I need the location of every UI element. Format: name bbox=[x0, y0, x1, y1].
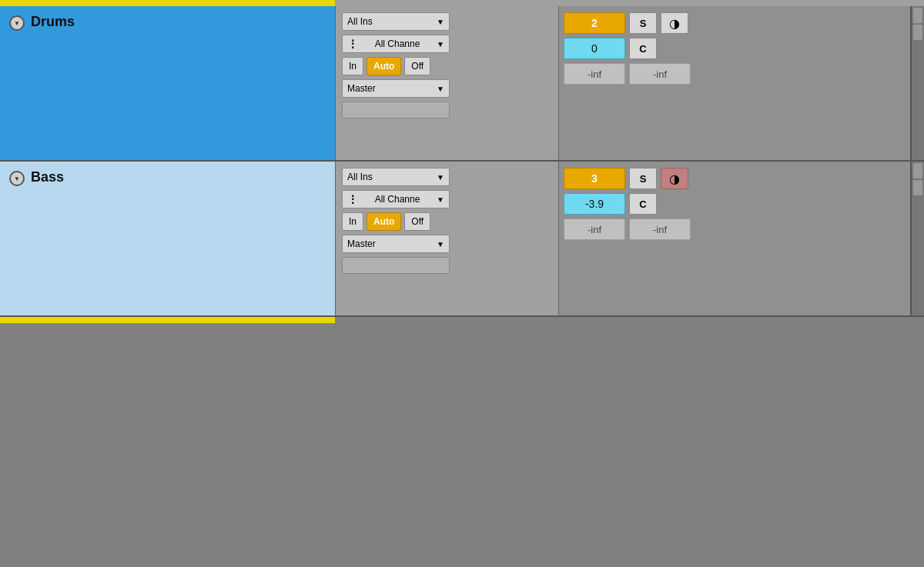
drums-scrollbar[interactable] bbox=[910, 6, 924, 160]
bottom-bar bbox=[0, 317, 924, 567]
bass-allin-row: All Ins ▼ bbox=[342, 168, 552, 186]
drums-inf-left[interactable]: -inf bbox=[564, 63, 625, 85]
drums-empty-bar bbox=[342, 102, 450, 118]
bass-scrollbar[interactable] bbox=[910, 162, 924, 315]
bass-auto-button[interactable]: Auto bbox=[367, 212, 401, 231]
drums-monitor-icon: ◑ bbox=[669, 16, 680, 31]
top-bar-gray bbox=[335, 0, 924, 6]
bass-inf-right[interactable]: -inf bbox=[629, 218, 691, 240]
bass-inf-left[interactable]: -inf bbox=[564, 218, 625, 240]
drums-scrollbar-thumb2 bbox=[913, 25, 922, 40]
bass-monitor-button[interactable]: ◑ bbox=[661, 168, 688, 189]
bass-meter-area: 3 S ◑ -3.9 C -inf -inf bbox=[558, 162, 910, 315]
track-label-bass: Bass bbox=[0, 162, 335, 315]
drums-track-name: Drums bbox=[31, 14, 75, 30]
top-yellow-bar bbox=[0, 0, 924, 6]
drums-solo-button[interactable]: S bbox=[629, 12, 657, 34]
drums-off-button[interactable]: Off bbox=[404, 57, 430, 75]
bass-in-button[interactable]: In bbox=[342, 212, 363, 231]
bass-master-dropdown[interactable]: Master ▼ bbox=[342, 235, 450, 253]
bass-allin-dropdown[interactable]: All Ins ▼ bbox=[342, 168, 450, 186]
drums-collapse-button[interactable] bbox=[9, 15, 25, 31]
drums-master-arrow: ▼ bbox=[437, 85, 444, 93]
bass-allchan-dots: ⋮ bbox=[347, 193, 358, 205]
drums-meter-area: 2 S ◑ 0 C -inf -inf bbox=[558, 6, 910, 160]
bass-scrollbar-thumb bbox=[913, 163, 922, 178]
bass-track-number[interactable]: 3 bbox=[564, 168, 625, 189]
bass-empty-row bbox=[342, 257, 552, 274]
drums-allin-label: All Ins bbox=[347, 16, 373, 27]
bass-allchan-dropdown[interactable]: ⋮ All Channe ▼ bbox=[342, 190, 450, 208]
track-row-drums: Drums All Ins ▼ ⋮ All Channe ▼ In bbox=[0, 6, 924, 162]
drums-channel-row: 0 C bbox=[564, 38, 906, 59]
drums-monitor-row: In Auto Off bbox=[342, 57, 552, 75]
bass-track-name: Bass bbox=[31, 169, 64, 185]
top-bar-yellow bbox=[0, 0, 335, 6]
drums-in-button[interactable]: In bbox=[342, 57, 363, 75]
drums-master-label: Master bbox=[347, 83, 376, 94]
bass-channel-value[interactable]: -3.9 bbox=[564, 193, 625, 215]
drums-auto-button[interactable]: Auto bbox=[367, 57, 401, 75]
drums-allchan-arrow: ▼ bbox=[437, 40, 444, 48]
drums-number-row: 2 S ◑ bbox=[564, 12, 906, 34]
bass-master-label: Master bbox=[347, 238, 376, 249]
drums-controls: All Ins ▼ ⋮ All Channe ▼ In Auto Off bbox=[335, 6, 558, 160]
bass-empty-bar bbox=[342, 257, 450, 274]
bass-off-button[interactable]: Off bbox=[404, 212, 430, 231]
drums-empty-row bbox=[342, 102, 552, 118]
bass-scrollbar-thumb2 bbox=[913, 180, 922, 195]
bass-channel-row: -3.9 C bbox=[564, 193, 906, 215]
drums-master-dropdown[interactable]: Master ▼ bbox=[342, 79, 450, 98]
drums-allin-arrow: ▼ bbox=[437, 18, 444, 26]
drums-allin-dropdown[interactable]: All Ins ▼ bbox=[342, 12, 450, 31]
bass-monitor-icon: ◑ bbox=[669, 172, 680, 186]
bass-monitor-row: In Auto Off bbox=[342, 212, 552, 231]
main-container: Drums All Ins ▼ ⋮ All Channe ▼ In bbox=[0, 0, 924, 567]
bass-controls: All Ins ▼ ⋮ All Channe ▼ In Auto Off bbox=[335, 162, 558, 315]
drums-allchan-dropdown[interactable]: ⋮ All Channe ▼ bbox=[342, 35, 450, 53]
drums-track-number[interactable]: 2 bbox=[564, 12, 625, 34]
bass-collapse-button[interactable] bbox=[9, 171, 25, 186]
bass-allchan-row: ⋮ All Channe ▼ bbox=[342, 190, 552, 208]
drums-monitor-button[interactable]: ◑ bbox=[661, 12, 688, 34]
drums-allchan-row: ⋮ All Channe ▼ bbox=[342, 35, 552, 53]
drums-scrollbar-thumb bbox=[913, 8, 922, 23]
bass-allchan-label: All Channe bbox=[375, 194, 420, 205]
bass-master-row: Master ▼ bbox=[342, 235, 552, 253]
drums-allin-row: All Ins ▼ bbox=[342, 12, 552, 31]
bass-master-arrow: ▼ bbox=[437, 240, 444, 248]
bass-allchan-arrow: ▼ bbox=[437, 195, 444, 204]
track-label-drums: Drums bbox=[0, 6, 335, 160]
bass-allin-label: All Ins bbox=[347, 172, 373, 182]
bass-number-row: 3 S ◑ bbox=[564, 168, 906, 189]
bottom-bar-yellow bbox=[0, 317, 335, 323]
bass-solo-button[interactable]: S bbox=[629, 168, 657, 189]
drums-channel-value[interactable]: 0 bbox=[564, 38, 625, 59]
bass-allin-arrow: ▼ bbox=[437, 173, 444, 182]
drums-allchan-dots: ⋮ bbox=[347, 38, 358, 50]
drums-inf-row: -inf -inf bbox=[564, 63, 906, 85]
bass-c-button[interactable]: C bbox=[629, 193, 657, 215]
drums-c-button[interactable]: C bbox=[629, 38, 657, 59]
drums-inf-right[interactable]: -inf bbox=[629, 63, 691, 85]
drums-allchan-label: All Channe bbox=[375, 38, 420, 49]
bass-inf-row: -inf -inf bbox=[564, 218, 906, 240]
drums-master-row: Master ▼ bbox=[342, 79, 552, 98]
track-row-bass: Bass All Ins ▼ ⋮ All Channe ▼ In bbox=[0, 162, 924, 317]
